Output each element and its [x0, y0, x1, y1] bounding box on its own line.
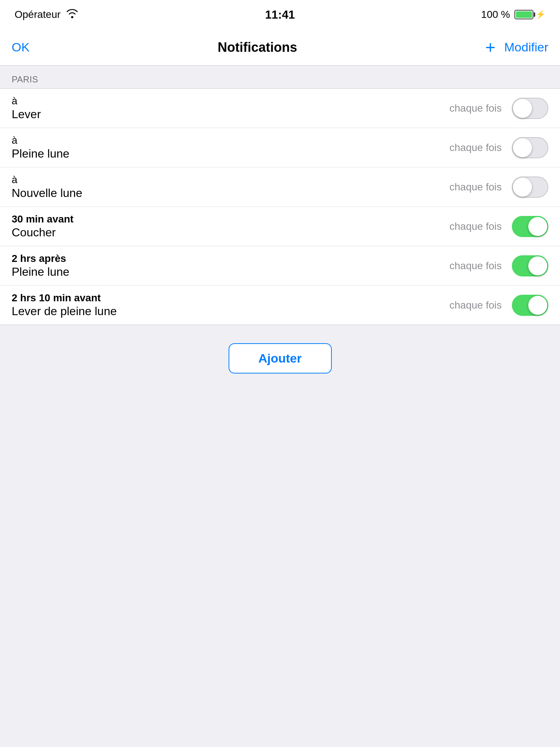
row-label-lever: Lever — [12, 108, 41, 121]
ok-button[interactable]: OK — [12, 40, 30, 54]
charging-icon: ⚡ — [536, 10, 545, 19]
row-timing-pleine-lune-2: 2 hrs après — [12, 253, 69, 264]
section-header: PARIS — [0, 66, 560, 88]
row-timing-nouvelle-lune: à — [12, 174, 82, 186]
row-left-nouvelle-lune: à Nouvelle lune — [12, 174, 82, 200]
row-right-pleine-lune: chaque fois — [450, 137, 548, 158]
row-frequency-pleine-lune-2: chaque fois — [450, 260, 502, 272]
nav-bar: OK Notifications + Modifier — [0, 29, 560, 66]
row-frequency-lever: chaque fois — [450, 102, 502, 114]
toggle-coucher[interactable] — [512, 216, 548, 237]
notifications-table: à Lever chaque fois à Pleine lune chaque… — [0, 88, 560, 325]
row-frequency-coucher: chaque fois — [450, 221, 502, 232]
row-left-lever: à Lever — [12, 95, 41, 121]
row-label-lever-pleine-lune: Lever de pleine lune — [12, 305, 117, 318]
row-right-lever-pleine-lune: chaque fois — [450, 295, 548, 316]
ajouter-button[interactable]: Ajouter — [229, 343, 332, 374]
row-left-lever-pleine-lune: 2 hrs 10 min avant Lever de pleine lune — [12, 292, 117, 318]
page-title: Notifications — [218, 40, 297, 55]
toggle-pleine-lune[interactable] — [512, 137, 548, 158]
table-row: 2 hrs après Pleine lune chaque fois — [0, 246, 560, 286]
status-time: 11:41 — [265, 8, 295, 22]
modifier-button[interactable]: Modifier — [504, 40, 548, 54]
status-left: Opérateur — [15, 9, 79, 21]
row-label-nouvelle-lune: Nouvelle lune — [12, 186, 82, 200]
battery-percent: 100 % — [481, 9, 510, 20]
row-left-pleine-lune: à Pleine lune — [12, 135, 69, 160]
table-row: à Nouvelle lune chaque fois — [0, 167, 560, 207]
nav-actions: + Modifier — [485, 39, 548, 56]
row-right-coucher: chaque fois — [450, 216, 548, 237]
wifi-icon — [66, 9, 79, 21]
table-row: 30 min avant Coucher chaque fois — [0, 207, 560, 246]
table-row: à Lever chaque fois — [0, 89, 560, 128]
table-row: à Pleine lune chaque fois — [0, 128, 560, 167]
row-label-coucher: Coucher — [12, 226, 74, 239]
row-right-nouvelle-lune: chaque fois — [450, 177, 548, 198]
status-right: 100 % ⚡ — [481, 9, 545, 20]
row-timing-pleine-lune: à — [12, 135, 69, 146]
row-left-coucher: 30 min avant Coucher — [12, 213, 74, 239]
row-frequency-nouvelle-lune: chaque fois — [450, 181, 502, 193]
carrier-label: Opérateur — [15, 9, 61, 20]
status-bar: Opérateur 11:41 100 % ⚡ — [0, 0, 560, 29]
toggle-lever[interactable] — [512, 98, 548, 119]
battery-indicator: ⚡ — [514, 10, 545, 19]
toggle-pleine-lune-2[interactable] — [512, 255, 548, 276]
row-label-pleine-lune: Pleine lune — [12, 147, 69, 160]
row-timing-lever: à — [12, 95, 41, 107]
row-frequency-pleine-lune: chaque fois — [450, 142, 502, 154]
row-frequency-lever-pleine-lune: chaque fois — [450, 299, 502, 311]
row-right-lever: chaque fois — [450, 98, 548, 119]
add-button-nav[interactable]: + — [485, 39, 495, 56]
row-left-pleine-lune-2: 2 hrs après Pleine lune — [12, 253, 69, 279]
add-button-wrapper: Ajouter — [0, 325, 560, 388]
row-label-pleine-lune-2: Pleine lune — [12, 265, 69, 279]
toggle-nouvelle-lune[interactable] — [512, 177, 548, 198]
row-timing-coucher: 30 min avant — [12, 213, 74, 225]
row-right-pleine-lune-2: chaque fois — [450, 255, 548, 276]
table-row: 2 hrs 10 min avant Lever de pleine lune … — [0, 286, 560, 325]
toggle-lever-pleine-lune[interactable] — [512, 295, 548, 316]
row-timing-lever-pleine-lune: 2 hrs 10 min avant — [12, 292, 117, 304]
